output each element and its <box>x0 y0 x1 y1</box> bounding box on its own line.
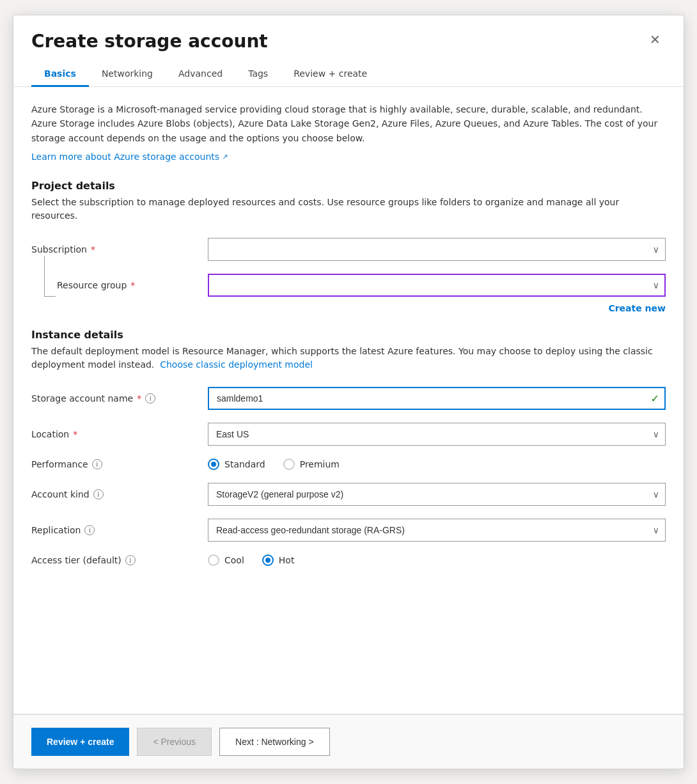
instance-details-section: Instance details The default deployment … <box>31 329 666 566</box>
create-storage-account-dialog: Create storage account ✕ Basics Networki… <box>13 15 684 769</box>
classic-deployment-link[interactable]: Choose classic deployment model <box>160 359 313 370</box>
tab-advanced[interactable]: Advanced <box>166 62 235 87</box>
validation-check-icon: ✓ <box>651 393 659 405</box>
location-row: Location * East US ∨ <box>31 423 666 446</box>
dialog-footer: Review + create < Previous Next : Networ… <box>13 714 684 769</box>
next-networking-button[interactable]: Next : Networking > <box>219 728 330 756</box>
replication-label: Replication i <box>31 525 198 535</box>
account-kind-label: Account kind i <box>31 489 198 499</box>
instance-details-desc: The default deployment model is Resource… <box>31 345 666 372</box>
access-tier-control: Cool Hot <box>208 554 666 566</box>
replication-row: Replication i Read-access geo-redundant … <box>31 519 666 542</box>
resource-group-required: * <box>130 280 135 290</box>
resource-group-container: Resource group * ∨ Create new <box>31 274 666 313</box>
resource-group-label: Resource group * <box>31 280 198 290</box>
performance-standard-option[interactable]: Standard <box>208 459 265 470</box>
account-kind-info-icon[interactable]: i <box>93 489 104 499</box>
performance-premium-option[interactable]: Premium <box>283 459 340 470</box>
storage-account-name-input-wrapper: ✓ <box>208 387 666 410</box>
project-details-desc: Select the subscription to manage deploy… <box>31 196 666 223</box>
performance-radio-group: Standard Premium <box>208 459 666 470</box>
resource-group-select[interactable] <box>208 274 666 297</box>
subscription-select[interactable] <box>208 238 666 261</box>
subscription-label: Subscription * <box>31 244 198 255</box>
create-new-container: Create new <box>31 299 666 313</box>
performance-standard-radio[interactable] <box>208 459 219 470</box>
resource-group-control: ∨ <box>208 274 666 297</box>
dialog-title: Create storage account <box>31 31 268 52</box>
location-select[interactable]: East US <box>208 423 666 446</box>
storage-account-name-control: ✓ <box>208 387 666 410</box>
instance-details-title: Instance details <box>31 329 666 341</box>
performance-label: Performance i <box>31 459 198 469</box>
account-kind-control: StorageV2 (general purpose v2) ∨ <box>208 483 666 506</box>
previous-button: < Previous <box>137 728 212 756</box>
storage-name-info-icon[interactable]: i <box>145 393 155 404</box>
tab-review-create[interactable]: Review + create <box>281 62 380 87</box>
tab-basics[interactable]: Basics <box>31 62 89 87</box>
performance-row: Performance i Standard Premium <box>31 459 666 470</box>
intro-description: Azure Storage is a Microsoft-managed ser… <box>31 102 666 145</box>
storage-account-name-row: Storage account name * i ✓ <box>31 387 666 410</box>
account-kind-row: Account kind i StorageV2 (general purpos… <box>31 483 666 506</box>
storage-account-name-label: Storage account name * i <box>31 393 198 404</box>
performance-premium-radio[interactable] <box>283 459 295 470</box>
external-link-icon: ↗ <box>222 153 228 161</box>
subscription-row: Subscription * ∨ <box>31 238 666 261</box>
storage-name-required: * <box>137 393 141 404</box>
main-content: Azure Storage is a Microsoft-managed ser… <box>13 87 684 714</box>
access-tier-hot-option[interactable]: Hot <box>262 554 295 566</box>
bracket-decoration <box>44 256 56 297</box>
replication-select-wrapper: Read-access geo-redundant storage (RA-GR… <box>208 519 666 542</box>
replication-info-icon[interactable]: i <box>84 525 95 535</box>
account-kind-select-wrapper: StorageV2 (general purpose v2) ∨ <box>208 483 666 506</box>
location-control: East US ∨ <box>208 423 666 446</box>
subscription-required: * <box>91 244 95 255</box>
learn-more-link[interactable]: Learn more about Azure storage accounts … <box>31 152 228 162</box>
performance-control: Standard Premium <box>208 459 666 470</box>
access-tier-cool-radio[interactable] <box>208 554 219 566</box>
access-tier-info-icon[interactable]: i <box>125 555 136 565</box>
tab-tags[interactable]: Tags <box>235 62 281 87</box>
review-create-button[interactable]: Review + create <box>31 728 129 756</box>
tab-networking[interactable]: Networking <box>89 62 166 87</box>
project-details-title: Project details <box>31 180 666 192</box>
subscription-control: ∨ <box>208 238 666 261</box>
project-details-section: Project details Select the subscription … <box>31 180 666 313</box>
replication-control: Read-access geo-redundant storage (RA-GR… <box>208 519 666 542</box>
close-button[interactable]: ✕ <box>645 31 666 49</box>
resource-group-row: Resource group * ∨ <box>31 274 666 297</box>
performance-info-icon[interactable]: i <box>92 459 102 469</box>
dialog-header: Create storage account ✕ <box>13 15 684 52</box>
access-tier-radio-group: Cool Hot <box>208 554 666 566</box>
resource-group-select-wrapper: ∨ <box>208 274 666 297</box>
subscription-select-wrapper: ∨ <box>208 238 666 261</box>
location-select-wrapper: East US ∨ <box>208 423 666 446</box>
access-tier-cool-option[interactable]: Cool <box>208 554 244 566</box>
access-tier-row: Access tier (default) i Cool Hot <box>31 554 666 566</box>
tabs-container: Basics Networking Advanced Tags Review +… <box>13 52 684 87</box>
replication-select[interactable]: Read-access geo-redundant storage (RA-GR… <box>208 519 666 542</box>
location-label: Location * <box>31 429 198 439</box>
location-required: * <box>73 429 77 439</box>
storage-account-name-input[interactable] <box>208 387 666 410</box>
access-tier-label: Access tier (default) i <box>31 555 198 565</box>
account-kind-select[interactable]: StorageV2 (general purpose v2) <box>208 483 666 506</box>
access-tier-hot-radio[interactable] <box>262 554 274 566</box>
create-new-link[interactable]: Create new <box>608 303 666 313</box>
